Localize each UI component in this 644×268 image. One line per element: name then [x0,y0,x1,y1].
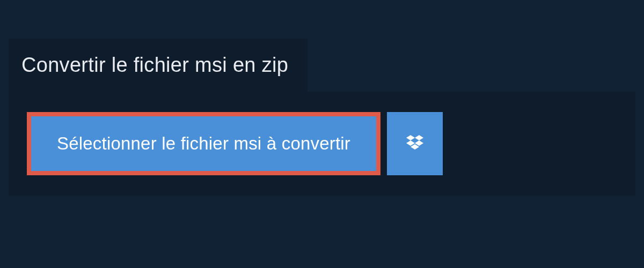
dropbox-icon [404,133,426,154]
select-file-button[interactable]: Sélectionner le fichier msi à convertir [31,116,376,171]
select-file-highlight: Sélectionner le fichier msi à convertir [27,112,380,175]
page-title: Convertir le fichier msi en zip [21,54,288,77]
page-header: Convertir le fichier msi en zip [9,39,308,92]
dropbox-button[interactable] [387,112,443,175]
button-row: Sélectionner le fichier msi à convertir [27,112,469,175]
converter-panel: Sélectionner le fichier msi à convertir [9,92,635,196]
